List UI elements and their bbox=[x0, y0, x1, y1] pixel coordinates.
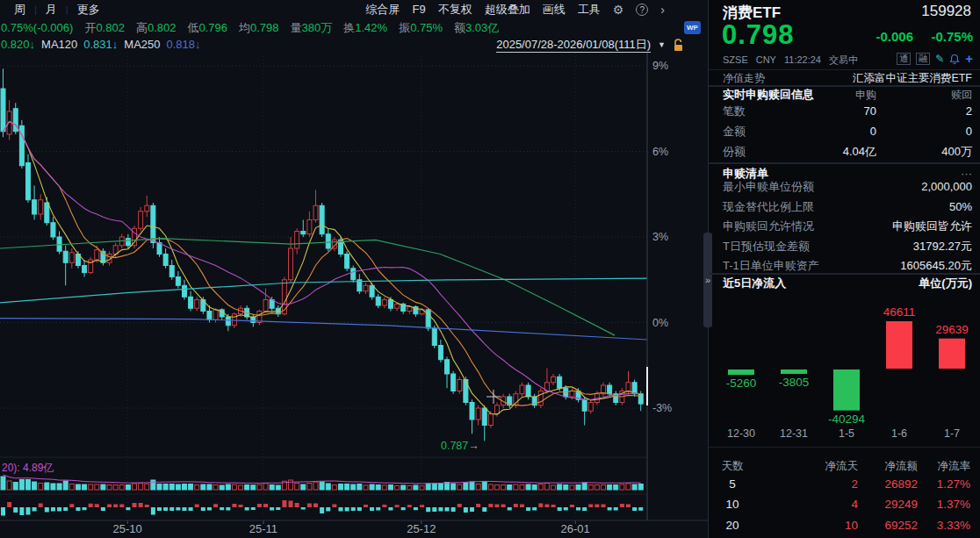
svg-text:26-01: 26-01 bbox=[561, 522, 590, 535]
row-label: 份额 bbox=[723, 142, 746, 161]
flow-bar-value: -40294 bbox=[828, 412, 866, 426]
row-label: 金额 bbox=[723, 122, 746, 141]
main-candlestick-chart[interactable]: 9%6%3%0%-3%25-1025-1125-1226-0120): 4.89… bbox=[0, 53, 708, 538]
open-value: 0.802 bbox=[96, 21, 125, 34]
svg-text:6%: 6% bbox=[652, 146, 668, 158]
tab-month[interactable]: 月 bbox=[37, 0, 66, 19]
unlock-icon[interactable] bbox=[673, 39, 684, 52]
flow-bar bbox=[939, 339, 965, 369]
caret-down-icon[interactable]: ▼ bbox=[658, 37, 666, 53]
flow-bar bbox=[781, 369, 807, 374]
ma250-value: 0.818↓ bbox=[167, 37, 201, 53]
flow-unit: 单位(万元) bbox=[919, 276, 972, 291]
quote-row: 0.75%(-0.006) 开0.802 高0.802 低0.796 均0.79… bbox=[0, 19, 708, 37]
menu-no-adjust[interactable]: 不复权 bbox=[438, 0, 472, 19]
menu-composite-screen[interactable]: 综合屏 bbox=[366, 0, 400, 19]
svg-text:25-10: 25-10 bbox=[113, 522, 142, 535]
wp-badge-icon[interactable]: WP bbox=[684, 21, 701, 34]
badge-rong: 融 bbox=[916, 53, 930, 65]
subscribe-count: 70 bbox=[864, 102, 876, 121]
flow-title: 近5日净流入 bbox=[723, 276, 786, 291]
allow-status: 申购赎回皆允许 bbox=[892, 217, 972, 236]
cell: 1.37% bbox=[937, 494, 970, 515]
chart-region: 周 | 月 | 更多 综合屏 F9 不复权 超级叠加 画线 工具 ⚙ ? › 0… bbox=[0, 0, 708, 538]
menu-tools[interactable]: 工具 bbox=[578, 0, 601, 19]
add-plus-icon[interactable]: + bbox=[965, 53, 973, 65]
flow-bar bbox=[886, 321, 912, 369]
stock-code: 159928 bbox=[921, 3, 971, 20]
current-price: 0.798 bbox=[722, 19, 795, 51]
oscillator-bars bbox=[1, 500, 643, 516]
quote-change: 0.75%(-0.006) bbox=[1, 19, 73, 37]
amplitude-label: 振 bbox=[399, 21, 410, 34]
net-inflow-bar-chart: -526012-30-380512-31-402941-5466111-6296… bbox=[709, 292, 980, 446]
cell: 29249 bbox=[884, 494, 918, 515]
table-row: 5 2 26892 1.27% bbox=[709, 474, 980, 495]
ma250-label: MA250 bbox=[124, 37, 160, 53]
cell: 10 bbox=[845, 515, 858, 536]
chevron-right-icon[interactable]: › bbox=[660, 0, 665, 19]
flow-bar bbox=[728, 369, 754, 375]
low-value: 0.796 bbox=[198, 21, 227, 34]
subscribe-col-header: 申购 bbox=[855, 88, 876, 102]
trading-status: 交易中 bbox=[829, 53, 858, 67]
svg-text:9%: 9% bbox=[652, 60, 668, 72]
subscribe-shares: 4.04亿 bbox=[843, 142, 876, 161]
redeem-shares: 400万 bbox=[941, 142, 972, 161]
fund-full-name: 汇添富中证主要消费ETF bbox=[853, 71, 972, 86]
cash-ratio-cap: 50% bbox=[949, 197, 972, 217]
svg-text:3%: 3% bbox=[652, 231, 668, 243]
table-row: 金额 0 0 bbox=[709, 122, 980, 141]
flow-bar-value: -5260 bbox=[726, 377, 757, 390]
row-label: 笔数 bbox=[723, 102, 746, 121]
nav-label: 净值走势 bbox=[723, 71, 765, 86]
low-label: 低 bbox=[187, 21, 198, 34]
flow-bar-value: 46611 bbox=[883, 305, 916, 319]
cell: 4 bbox=[851, 494, 858, 515]
divider bbox=[709, 85, 980, 87]
avg-value: 0.798 bbox=[250, 21, 279, 34]
edit-pencil-icon[interactable]: ✎ bbox=[935, 53, 944, 65]
table-row: 20 10 69252 3.33% bbox=[709, 515, 980, 536]
flow-section-header: 近5日净流入 单位(万元) bbox=[709, 276, 980, 291]
menu-draw-line[interactable]: 画线 bbox=[543, 0, 566, 19]
menu-f9[interactable]: F9 bbox=[413, 0, 426, 19]
cell: 26892 bbox=[884, 474, 918, 495]
ma-row: 0.820↓ MA120 0.831↓ MA250 0.818↓ 2025/07… bbox=[0, 37, 708, 53]
volume-label: 量 bbox=[291, 21, 302, 34]
low-price-annotation: 0.787→ bbox=[441, 440, 479, 452]
avg-label: 均 bbox=[239, 21, 250, 34]
market-meta: SZSE CNY 11:22:24 交易中 bbox=[723, 53, 858, 67]
gear-icon[interactable]: ⚙ bbox=[613, 0, 624, 19]
svg-text:0%: 0% bbox=[652, 317, 668, 329]
row-label: 现金替代比例上限 bbox=[723, 197, 814, 217]
tab-more[interactable]: 更多 bbox=[68, 0, 109, 19]
top-toolbar: 周 | 月 | 更多 综合屏 F9 不复权 超级叠加 画线 工具 ⚙ ? › bbox=[0, 0, 708, 19]
flow-bar-date: 1-7 bbox=[944, 427, 960, 440]
quote-time: 11:22:24 bbox=[784, 53, 821, 67]
row-label: 申购赎回允许情况 bbox=[723, 217, 814, 236]
candles bbox=[1, 68, 643, 441]
alert-bell-icon[interactable] bbox=[949, 54, 960, 65]
flow-bar-date: 1-6 bbox=[891, 427, 907, 440]
flow-bar bbox=[833, 369, 860, 411]
amount-label: 额 bbox=[454, 21, 465, 34]
menu-super-overlay[interactable]: 超级叠加 bbox=[485, 0, 530, 19]
turnover-value: 1.42% bbox=[355, 21, 387, 34]
volume-value: 380万 bbox=[302, 21, 333, 34]
t-day-cash-diff: 31792.27元 bbox=[913, 237, 972, 256]
row-label: T日预估现金差额 bbox=[723, 237, 810, 256]
divider bbox=[709, 447, 980, 448]
ma120-label: MA120 bbox=[41, 37, 77, 53]
flow-bar-value: 29639 bbox=[935, 323, 969, 336]
help-icon[interactable]: ? bbox=[636, 4, 648, 16]
tab-week[interactable]: 周 bbox=[5, 0, 34, 19]
nav-row: 净值走势 汇添富中证主要消费ETF bbox=[709, 71, 980, 86]
cell: 20 bbox=[719, 515, 746, 536]
divider bbox=[709, 273, 980, 275]
cell: 2 bbox=[851, 474, 858, 495]
table-row: 最小申赎单位份额 2,000,000 bbox=[709, 177, 980, 197]
realtime-title: 实时申购赎回信息 bbox=[723, 88, 814, 102]
date-range-selector[interactable]: 2025/07/28-2026/01/08(111日) bbox=[496, 38, 651, 53]
price-change-percent: -0.75% bbox=[931, 29, 973, 44]
